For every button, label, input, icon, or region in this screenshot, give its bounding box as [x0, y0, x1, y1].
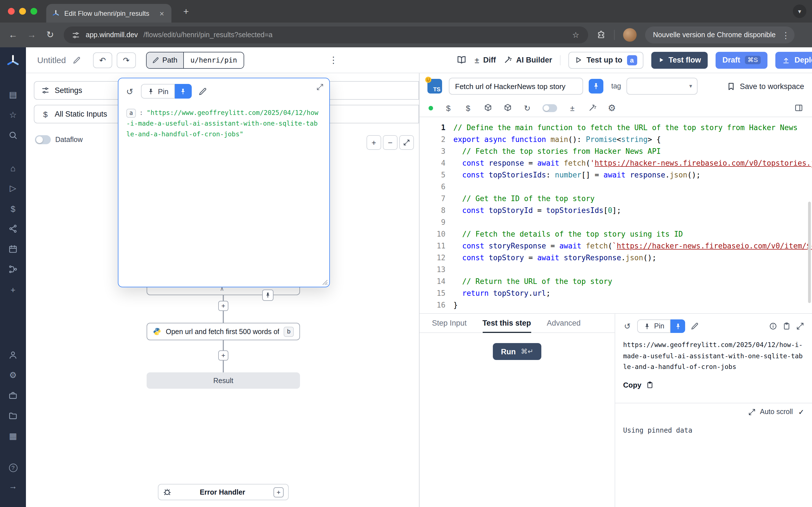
- pin-button[interactable]: Pin: [141, 84, 175, 99]
- deploy-button[interactable]: Deploy: [775, 52, 812, 68]
- sidebar-item-settings[interactable]: ⚙: [3, 365, 23, 385]
- add-variable-icon[interactable]: $: [444, 103, 453, 112]
- zoom-fit-button[interactable]: [399, 135, 414, 150]
- expand-result-icon[interactable]: [796, 322, 804, 330]
- tab-close-icon[interactable]: ×: [158, 9, 166, 17]
- code-content[interactable]: // Define the main function to fetch the…: [446, 122, 812, 313]
- tab-search-button[interactable]: ▾: [793, 4, 806, 18]
- expand-popup-icon[interactable]: [316, 83, 324, 91]
- edit-result-icon[interactable]: [691, 322, 699, 330]
- window-close-button[interactable]: [8, 8, 15, 15]
- tab-step-input[interactable]: Step Input: [432, 314, 467, 332]
- flow-title[interactable]: Untitled: [37, 55, 66, 65]
- path-segment[interactable]: Path: [147, 52, 183, 68]
- reset-icon[interactable]: ↻: [523, 103, 532, 112]
- history-icon[interactable]: ↺: [125, 87, 134, 96]
- sidebar-item-runs[interactable]: ▷: [3, 178, 23, 198]
- profile-avatar[interactable]: [623, 28, 637, 42]
- result-value[interactable]: https://www.geoffreylitt.com/2025/04/12/…: [615, 333, 812, 373]
- tab-test-this-step[interactable]: Test this step: [483, 314, 531, 332]
- windmill-logo[interactable]: [6, 54, 20, 69]
- sidebar-item-home[interactable]: ⌂: [3, 158, 23, 178]
- add-error-handler-button[interactable]: +: [273, 487, 284, 497]
- sidebar-item-add[interactable]: +: [3, 279, 23, 300]
- sidebar-item-docs[interactable]: ▤: [3, 84, 23, 105]
- flow-node-result[interactable]: Result: [147, 372, 300, 389]
- test-flow-button[interactable]: Test flow: [651, 52, 708, 68]
- editor-scrollbar[interactable]: [808, 202, 811, 303]
- chrome-update-button[interactable]: Nouvelle version de Chrome disponible ⋮: [645, 26, 795, 43]
- sidebar-item-triggers[interactable]: [3, 259, 23, 279]
- sidebar-item-variables[interactable]: $: [3, 198, 23, 219]
- browser-tab[interactable]: Edit Flow u/henri/pin_results ×: [46, 4, 171, 22]
- zoom-out-button[interactable]: −: [383, 135, 398, 150]
- node-pin-badge[interactable]: [262, 290, 273, 301]
- editor-toggle[interactable]: [543, 104, 557, 112]
- sidebar-item-workers[interactable]: [3, 385, 23, 406]
- forward-button[interactable]: →: [27, 31, 37, 40]
- copy-result-icon[interactable]: [783, 322, 791, 330]
- ai-builder-button[interactable]: AI Builder: [504, 56, 552, 64]
- step-pin-active-button[interactable]: [589, 79, 603, 94]
- back-button[interactable]: ←: [8, 31, 18, 40]
- window-minimize-button[interactable]: [19, 8, 26, 15]
- fullscreen-icon[interactable]: [748, 408, 755, 415]
- sidebar-item-folders[interactable]: [3, 406, 23, 426]
- window-zoom-button[interactable]: [31, 8, 37, 15]
- copy-button[interactable]: Copy: [615, 373, 812, 389]
- error-handler-node[interactable]: Error Handler +: [158, 484, 289, 500]
- path-control[interactable]: Path u/henri/pin: [146, 52, 245, 68]
- package-icon[interactable]: [503, 103, 512, 112]
- undo-button[interactable]: ↶: [93, 52, 112, 68]
- diff-button[interactable]: ± Diff: [474, 55, 496, 65]
- edit-pinned-icon[interactable]: [199, 87, 207, 96]
- check-icon[interactable]: ✓: [797, 408, 805, 415]
- run-button[interactable]: Run ⌘↵: [493, 343, 541, 360]
- new-tab-button[interactable]: +: [181, 6, 192, 16]
- redo-button[interactable]: ↷: [117, 52, 136, 68]
- sidebar-item-collapse[interactable]: →: [3, 476, 23, 495]
- editor-settings-icon[interactable]: ⚙: [607, 103, 616, 112]
- zoom-in-button[interactable]: +: [366, 135, 381, 150]
- more-options-button[interactable]: ⋮: [329, 55, 338, 64]
- add-resource-icon[interactable]: $: [463, 103, 472, 112]
- pin-active-button[interactable]: [670, 320, 685, 333]
- sidebar-item-favorites[interactable]: ☆: [3, 105, 23, 125]
- chrome-menu-icon[interactable]: ⋮: [781, 31, 790, 39]
- info-icon[interactable]: [769, 322, 777, 330]
- sidebar-item-users[interactable]: [3, 345, 23, 365]
- add-step-button[interactable]: +: [218, 350, 229, 360]
- ai-assist-icon[interactable]: [588, 103, 597, 112]
- sidebar-item-help[interactable]: ?: [3, 459, 23, 476]
- tag-select[interactable]: ▾: [627, 78, 698, 95]
- extensions-icon[interactable]: [597, 31, 606, 40]
- code-editor[interactable]: 12345678910111213141516 // Define the ma…: [419, 117, 812, 313]
- edit-title-icon[interactable]: [73, 56, 81, 64]
- dataflow-toggle[interactable]: [35, 135, 51, 144]
- pin-button[interactable]: Pin: [637, 320, 670, 333]
- add-step-button[interactable]: +: [218, 301, 229, 311]
- resize-grip-icon[interactable]: [321, 279, 328, 286]
- history-icon[interactable]: ↺: [623, 322, 631, 330]
- draft-button[interactable]: Draft ⌘S: [716, 52, 767, 68]
- diff-mode-icon[interactable]: ±: [568, 103, 577, 112]
- docs-book-icon[interactable]: [456, 55, 467, 65]
- sidebar-item-groups[interactable]: ▦: [3, 426, 23, 446]
- package-icon[interactable]: [483, 103, 492, 112]
- flow-node-b[interactable]: Open url and fetch first 500 words of ..…: [147, 323, 300, 340]
- side-panel-icon[interactable]: [794, 103, 803, 112]
- step-summary-input[interactable]: [449, 78, 583, 95]
- test-up-to-button[interactable]: Test up to a: [568, 52, 643, 68]
- sidebar-item-resources[interactable]: [3, 219, 23, 239]
- pin-active-button[interactable]: [175, 84, 192, 99]
- address-bar[interactable]: app.windmill.dev/flows/edit/u/henri/pin_…: [64, 26, 588, 43]
- site-info-icon[interactable]: [71, 31, 80, 39]
- path-value[interactable]: u/henri/pin: [183, 52, 244, 68]
- tab-advanced[interactable]: Advanced: [547, 314, 580, 332]
- arg-value[interactable]: "https://www.geoffreylitt.com/2025/04/12…: [126, 109, 318, 138]
- sidebar-item-schedules[interactable]: [3, 239, 23, 259]
- bookmark-star-icon[interactable]: ☆: [571, 31, 580, 39]
- save-to-workspace-button[interactable]: Save to workspace: [727, 82, 804, 91]
- reload-button[interactable]: ↻: [45, 31, 55, 40]
- sidebar-item-search[interactable]: [3, 125, 23, 145]
